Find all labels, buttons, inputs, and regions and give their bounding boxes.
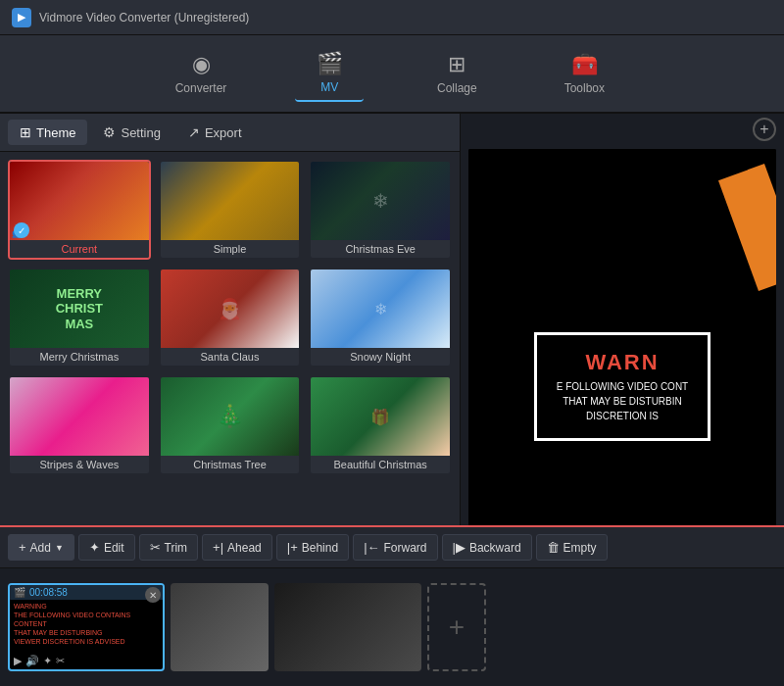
clip-controls: ▶ 🔊 ✦ ✂ <box>10 655 163 667</box>
theme-card-santa-claus[interactable]: 🎅 Santa Claus <box>159 268 302 368</box>
add-icon: + <box>19 540 26 555</box>
clip-close-button[interactable]: ✕ <box>145 587 161 603</box>
behind-icon: |+ <box>287 540 298 555</box>
converter-label: Converter <box>175 81 227 95</box>
theme-card-christmas-tree[interactable]: 🎄 Christmas Tree <box>159 375 302 475</box>
behind-label: Behind <box>302 541 338 555</box>
theme-tab-icon: ⊞ <box>20 124 31 140</box>
theme-label-santa-claus: Santa Claus <box>161 348 300 366</box>
clip-warning-text: WARNINGTHE FOLLOWING VIDEO CONTAINS CONT… <box>10 600 163 648</box>
theme-label-christmas-tree: Christmas Tree <box>161 456 300 473</box>
ahead-label: Ahead <box>227 541 262 555</box>
forward-icon: |← <box>364 540 379 555</box>
theme-card-simple[interactable]: Simple <box>159 160 302 260</box>
clip-time: 00:08:58 <box>29 587 68 598</box>
timeline: 🎬 00:08:58 WARNINGTHE FOLLOWING VIDEO CO… <box>0 568 784 686</box>
timeline-clip-2[interactable] <box>171 583 269 671</box>
export-tab-icon: ↗ <box>188 124 200 140</box>
empty-icon: 🗑 <box>547 540 560 555</box>
forward-label: Forward <box>384 541 427 555</box>
empty-label: Empty <box>564 541 597 555</box>
backward-icon: |▶ <box>453 540 466 555</box>
backward-button[interactable]: |▶ Backward <box>442 534 532 561</box>
clip-icon: 🎬 <box>14 587 25 598</box>
tab-setting[interactable]: ⚙ Setting <box>91 120 172 145</box>
top-nav: ◉ Converter 🎬 MV ⊞ Collage 🧰 Toolbox <box>0 35 784 114</box>
theme-tab-label: Theme <box>36 125 75 140</box>
bottom-toolbar: + Add ▼ ✦ Edit ✂ Trim +| Ahead |+ Behind… <box>0 525 784 568</box>
nav-collage[interactable]: ⊞ Collage <box>422 46 491 101</box>
edit-label: Edit <box>104 541 124 555</box>
trim-label: Trim <box>165 541 188 555</box>
behind-button[interactable]: |+ Behind <box>276 534 349 561</box>
theme-label-christmas-eve: Christmas Eve <box>311 240 450 258</box>
orange-decoration <box>718 164 776 291</box>
edit-icon: ✦ <box>89 540 100 555</box>
clip-scissors-button[interactable]: ✂ <box>56 655 65 667</box>
app-icon: ▶ <box>12 8 31 27</box>
mv-icon: 🎬 <box>317 51 343 76</box>
clip-play-button[interactable]: ▶ <box>14 655 22 667</box>
theme-card-current[interactable]: 👥 Current ✓ <box>8 160 151 260</box>
toolbox-label: Toolbox <box>564 81 605 95</box>
nav-converter[interactable]: ◉ Converter <box>166 46 237 101</box>
warning-text: E FOLLOWING VIDEO CONTTHAT MAY BE DISTUR… <box>557 379 688 423</box>
theme-label-current: Current <box>10 240 149 258</box>
clip-fx-button[interactable]: ✦ <box>43 655 52 667</box>
titlebar: ▶ Vidmore Video Converter (Unregistered) <box>0 0 784 35</box>
add-button[interactable]: + Add ▼ <box>8 534 74 561</box>
export-tab-label: Export <box>205 125 242 140</box>
warning-title: WARN <box>557 350 688 375</box>
collage-label: Collage <box>437 81 477 95</box>
theme-label-simple: Simple <box>161 240 300 258</box>
timeline-clip-3[interactable] <box>274 583 421 671</box>
app-title: Vidmore Video Converter (Unregistered) <box>39 11 249 24</box>
theme-card-stripes-waves[interactable]: Stripes & Waves <box>8 375 151 475</box>
add-label: Add <box>30 541 51 555</box>
theme-card-christmas-eve[interactable]: ❄ Christmas Eve <box>309 160 452 260</box>
converter-icon: ◉ <box>192 52 211 77</box>
theme-label-merry-christmas: Merry Christmas <box>10 348 149 366</box>
trim-button[interactable]: ✂ Trim <box>139 534 199 561</box>
ahead-icon: +| <box>213 540 223 555</box>
nav-mv[interactable]: 🎬 MV <box>295 45 364 102</box>
collage-icon: ⊞ <box>448 52 466 77</box>
nav-toolbox[interactable]: 🧰 Toolbox <box>550 46 618 101</box>
empty-button[interactable]: 🗑 Empty <box>536 534 608 561</box>
preview-header: + <box>461 114 784 145</box>
tabs-row: ⊞ Theme ⚙ Setting ↗ Export <box>0 114 460 152</box>
mv-label: MV <box>320 80 338 94</box>
setting-tab-icon: ⚙ <box>103 124 116 140</box>
theme-label-snowy-night: Snowy Night <box>311 348 450 366</box>
main-content: ⊞ Theme ⚙ Setting ↗ Export 👥 Curr <box>0 114 784 686</box>
tab-theme[interactable]: ⊞ Theme <box>8 120 87 145</box>
trim-icon: ✂ <box>150 540 161 555</box>
theme-label-stripes-waves: Stripes & Waves <box>10 456 149 473</box>
selected-check: ✓ <box>14 222 29 238</box>
forward-button[interactable]: |← Forward <box>353 534 437 561</box>
warning-frame: WARN E FOLLOWING VIDEO CONTTHAT MAY BE D… <box>534 332 710 441</box>
edit-button[interactable]: ✦ Edit <box>78 534 135 561</box>
timeline-clip-1[interactable]: 🎬 00:08:58 WARNINGTHE FOLLOWING VIDEO CO… <box>8 583 165 671</box>
toolbox-icon: 🧰 <box>571 52 598 77</box>
add-media-button[interactable]: + <box>753 118 776 141</box>
add-chevron-icon: ▼ <box>55 543 64 553</box>
theme-card-beautiful-christmas[interactable]: 🎁 Beautiful Christmas <box>309 375 452 475</box>
backward-label: Backward <box>469 541 521 555</box>
ahead-button[interactable]: +| Ahead <box>202 534 272 561</box>
clip-audio-button[interactable]: 🔊 <box>25 655 39 667</box>
setting-tab-label: Setting <box>121 125 160 140</box>
theme-card-merry-christmas[interactable]: MERRYCHRISTMAS Merry Christmas <box>8 268 151 368</box>
theme-label-beautiful-christmas: Beautiful Christmas <box>311 456 450 473</box>
theme-card-snowy-night[interactable]: ❄ Snowy Night <box>309 268 452 368</box>
add-clip-button[interactable]: + <box>427 583 486 671</box>
tab-export[interactable]: ↗ Export <box>176 120 254 145</box>
clip-header: 🎬 00:08:58 <box>10 585 163 600</box>
